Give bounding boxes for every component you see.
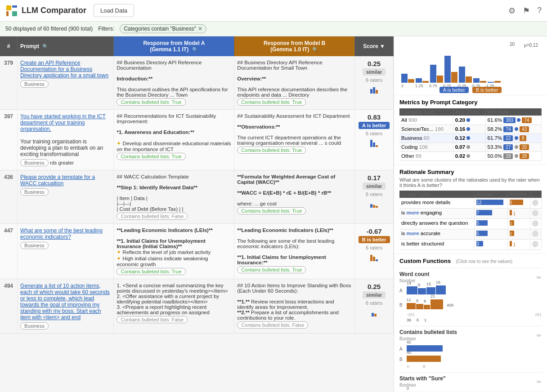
hist-bar-b [408,79,414,83]
row-num: 436 [0,170,18,224]
rationale-header-row: Cluster Label A better B better [399,191,542,198]
score-badge: similar [363,68,386,76]
mini-bar-a [370,89,372,94]
rationale-table: Cluster Label A better B better provides… [399,191,542,250]
score-box: -0.67 B is better 6 raters [358,227,390,261]
fn-edit-sure[interactable]: ✏ [537,379,542,385]
prompt-text[interactable]: Please provide a template for a WACC cal… [20,174,95,187]
filter-chip-text: Categories contain "Business" [124,26,196,32]
custom-functions-hint: (Click row to see the values) [456,259,512,264]
metrics-win-rate: 53.3% 27 20 [485,143,541,152]
prompt-cell: Please provide a template for a WACC cal… [18,170,114,224]
fn-seg [407,356,441,362]
hist-bar-b [422,81,429,83]
mini-bar-chart [358,85,390,94]
metrics-col-avg: Avg Score [453,108,485,116]
hist-label: -1.25 [485,84,498,88]
model-b-text: ## 10 Action Items to Improve Standing w… [237,283,351,321]
score-badge: similar [363,291,386,298]
flag-icon[interactable]: ⚑ [523,6,530,16]
rationale-label: directly answers the question [399,219,475,229]
rationale-subtitle: What are some clusters of the rationales… [399,177,542,188]
prompt-text[interactable]: Create an API Reference Documentation fo… [20,60,108,79]
row-num: 397 [0,110,18,170]
custom-functions-section: Custom Functions (Click row to see the v… [394,254,547,392]
fn-seg [436,285,446,294]
metrics-category: Coding 106 [399,143,453,152]
mini-bar-chart [358,138,390,147]
metrics-win-rate: 58.2% 74 43 [485,125,541,134]
model-a-search-icon[interactable]: 🔍 [192,47,198,52]
filter-chip[interactable]: Categories contain "Business" ✕ [120,24,206,33]
contains-badge-a: Contains bulleted lists: True [117,153,185,160]
fn-label-a2: A [399,347,405,352]
fn-name-word-count: Word count [399,271,429,277]
score-value: -0.67 [358,227,390,235]
score-dot [466,154,470,158]
metrics-row[interactable]: Science/Tec... 190 0.16 58.2% 74 43 [399,125,542,134]
mini-bar-b2 [376,206,378,208]
load-data-button[interactable]: Load Data [94,4,134,17]
metrics-row-business[interactable]: Business 60 0.12 61.7% 22 8 [399,134,542,143]
prompt-search-icon[interactable]: 🔍 [42,44,49,49]
score-dot [466,118,470,122]
hist-label: 0.75 [429,84,442,88]
settings-icon[interactable]: ⚙ [508,6,516,16]
prompt-text[interactable]: Generate a list of 10 action items, each… [20,283,110,321]
model-b-text: **Leading Economic Indicators (LEIs)**Th… [237,227,334,265]
contains-badge-a: Contains bulleted lists: True [117,268,185,275]
win-dot [515,136,518,140]
rationale-b-bar: 1 [507,209,530,219]
custom-fn-word-count[interactable]: Word count Number ✏ A 14 [399,268,542,322]
custom-fn-sure[interactable]: Starts with "Sure" Boolean ✏ A 0 B [399,372,542,392]
model-b-search-icon[interactable]: 🔍 [312,47,318,52]
main-layout: # Prompt 🔍 Response from Model A(Gemma 1… [0,36,547,392]
prompt-text[interactable]: What are some of the best leading econom… [20,227,103,240]
svg-rect-2 [6,11,9,16]
row-num: 379 [0,56,18,110]
table-row: 436 Please provide a template for a WACC… [0,170,394,224]
score-box: 0.83 A is better 6 raters [358,113,390,147]
filter-label: Filters: [98,26,114,32]
score-value: 0.83 [358,113,390,121]
help-icon[interactable]: ? [537,6,542,15]
svg-rect-1 [12,5,17,8]
filter-remove-icon[interactable]: ✕ [198,26,202,32]
contains-badge-a: Contains bulleted lists: False [117,316,188,323]
mini-bar-chart [358,199,390,208]
custom-fn-bulleted[interactable]: Contains bulleted lists Boolean ✏ A 42 [399,326,542,369]
right-panel: 20 [394,36,547,392]
prompt-text[interactable]: You have started working in the ICT depa… [20,113,106,132]
fn-bool-bars: A 42 [399,345,542,353]
fn-chart-bulleted: A 42 B 40 A [399,345,542,369]
fn-edit-word-count[interactable]: ✏ [537,274,542,281]
metrics-table: Category (cnt) Avg Score Win Rate All 90… [399,108,542,161]
table-body: 379 Create an API Reference Documentatio… [0,56,394,334]
table-row: 379 Create an API Reference Documentatio… [0,56,394,110]
score-sort-icon[interactable]: ▼ [380,43,385,49]
metrics-avg-score: 0.07 [453,143,485,152]
rationale-b-bar: 1 [507,240,530,250]
row-num: 494 [0,279,18,334]
app-header: LLM Comparator Load Data ⚙ ⚑ ? [0,0,547,22]
metrics-row[interactable]: Other 89 0.02 50.0% 28 28 [399,152,542,161]
contains-badge-a: Contains bulleted lists: True [117,98,185,106]
mini-bar-chart [358,307,390,316]
metrics-row[interactable]: Coding 106 0.07 53.3% 27 20 [399,143,542,152]
score-badge: A is better [359,122,390,129]
rationale-b-bar: 6 [507,198,530,209]
custom-functions-title: Custom Functions [399,258,451,264]
metrics-row[interactable]: All 900 0.20 61.6% 383 74 [399,116,542,125]
hist-bar-a [416,78,422,83]
hist-group [473,78,486,83]
fn-edit-bulleted[interactable]: ✏ [537,332,542,339]
metrics-avg-score: 0.20 [453,116,485,125]
fn-seg [418,288,426,294]
raters-count: 6 raters [358,245,390,250]
filter-bar: 50 displayed of 60 filtered (900 total) … [0,22,547,36]
hist-bar-a [459,67,465,83]
mini-bar-b [373,205,375,208]
win-badge-b: 74 [522,117,531,123]
model-a-text: ## Business Directory API Reference Docu… [117,60,228,98]
hist-bar-b [494,81,501,83]
